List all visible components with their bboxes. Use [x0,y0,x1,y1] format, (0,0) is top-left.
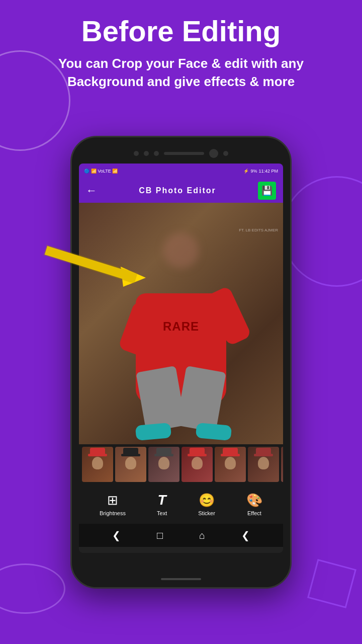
thumb-brim-1 [88,454,107,456]
phone-shell: 🔵 📶 VoLTE 📶 ⚡ 9% 11:42 PM ← CB Photo Edi… [70,136,292,589]
thumb-face-2 [125,457,136,469]
page-subtitle: You can Crop your Face & edit with any B… [20,54,342,91]
sticker-icon: 😊 [199,493,215,508]
thumb-face-5 [225,457,236,469]
flash-icon: ⚡ [243,169,249,174]
text-tool[interactable]: T Text [157,492,167,516]
thumb-face-1 [92,457,103,469]
nav-home-icon[interactable]: ⌂ [199,530,205,541]
bottom-toolbar: ⊞ Brightness T Text 😊 Sticker 🎨 Effect [79,485,283,524]
shoe-left [135,423,171,441]
sticker-tool[interactable]: 😊 Sticker [198,493,215,516]
front-camera [209,149,218,158]
app-title: CB Photo Editor [102,186,253,195]
page-title: Before Editing [20,15,342,47]
status-right-icons: ⚡ 9% 11:42 PM [243,169,278,174]
status-bar: 🔵 📶 VoLTE 📶 ⚡ 9% 11:42 PM [79,164,283,179]
camera-dot-1 [134,151,139,156]
brightness-icon: ⊞ [107,493,118,508]
status-left-icons: 🔵 📶 VoLTE 📶 [84,169,118,174]
nav-square-icon[interactable]: □ [157,530,163,541]
deco-circle-right [282,176,362,287]
thumb-brim-2 [121,454,140,456]
camera-dot-4 [223,151,228,156]
thumb-face-6 [258,457,269,469]
camera-dot-2 [144,151,149,156]
save-button[interactable]: 💾 [258,182,276,200]
home-indicator [161,578,201,580]
back-button[interactable]: ← [86,184,97,197]
thumb-face-4 [192,457,203,469]
effect-icon: 🎨 [246,493,262,508]
brightness-label: Brightness [100,510,126,516]
phone-bottom-bar [72,578,290,580]
save-icon: 💾 [261,185,273,196]
hoodie-text: RARE [163,319,199,334]
text-icon: T [158,492,166,508]
svg-line-3 [50,252,131,277]
shoe-right [196,423,232,441]
camera-icon: 🔵 [84,169,89,174]
text-label: Text [157,510,167,516]
deco-square-bottom-right [307,559,356,608]
arrow-annotation [40,236,151,289]
thumb-3[interactable] [148,447,179,482]
arrow-icon [40,236,151,287]
thumb-brim-4 [188,454,207,456]
thumb-brim-6 [254,454,273,456]
time-text: 11:42 PM [258,169,278,174]
thumb-brim-5 [221,454,240,456]
phone-screen: 🔵 📶 VoLTE 📶 ⚡ 9% 11:42 PM ← CB Photo Edi… [79,164,283,553]
thumb-6[interactable] [248,447,279,482]
nav-back-icon[interactable]: ❮ [112,529,121,541]
phone-wrapper: 🔵 📶 VoLTE 📶 ⚡ 9% 11:42 PM ← CB Photo Edi… [70,136,292,589]
thumb-1[interactable] [82,447,113,482]
thumbnail-strip [79,444,283,485]
thumb-2[interactable] [115,447,146,482]
camera-dot-3 [154,151,159,156]
signal-icons: 📶 VoLTE 📶 [91,169,118,174]
thumb-face-3 [158,457,169,469]
header-section: Before Editing You can Crop your Face & … [0,0,362,96]
thumb-4[interactable] [182,447,213,482]
deco-arc-bottom-left [0,564,65,614]
nav-bar: ❮ □ ⌂ ❮ [79,524,283,547]
battery-text: 9% [250,169,257,174]
thumb-7[interactable] [281,447,283,482]
effect-label: Effect [247,510,261,516]
nav-forward-icon[interactable]: ❮ [241,529,250,541]
speaker-bar [164,152,204,155]
brightness-tool[interactable]: ⊞ Brightness [100,493,126,516]
face-blur [163,233,199,268]
phone-top-bar [72,144,290,163]
app-toolbar: ← CB Photo Editor 💾 [79,179,283,203]
effect-tool[interactable]: 🎨 Effect [246,493,262,516]
thumb-brim-3 [154,454,173,456]
thumb-5[interactable] [215,447,246,482]
sticker-label: Sticker [198,510,215,516]
